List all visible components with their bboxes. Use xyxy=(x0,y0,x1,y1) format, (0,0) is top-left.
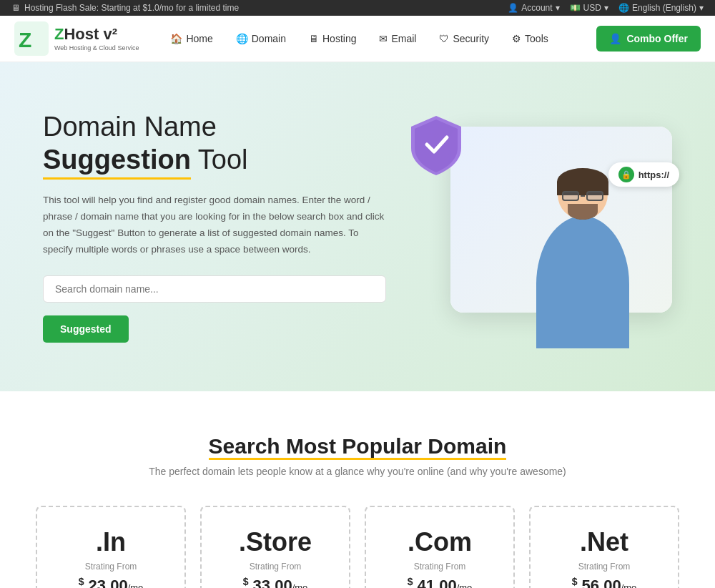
domain-cards: .In Strating From $ 23.00/mo Check Now .… xyxy=(29,506,686,588)
nav-security[interactable]: 🛡 Security xyxy=(429,27,499,50)
domains-title-highlight: Domain xyxy=(428,434,506,460)
domain-ext: .Net xyxy=(545,527,664,557)
domain-card-store: .Store Strating From $ 33.00/mo Check No… xyxy=(200,506,350,588)
nav-hosting[interactable]: 🖥 Hosting xyxy=(299,27,366,50)
person-beard xyxy=(568,204,598,220)
domain-from-label: Strating From xyxy=(216,562,335,572)
combo-icon: 👤 xyxy=(609,33,621,44)
flash-sale-text: Hosting Flash Sale: Starting at $1.0/mo … xyxy=(24,3,239,13)
email-icon: ✉ xyxy=(379,33,388,44)
domain-ext: .In xyxy=(51,527,170,557)
domain-price: $ 23.00/mo xyxy=(51,576,170,588)
top-bar-right: 👤 Account ▾ 💵 USD ▾ 🌐 English (English) … xyxy=(508,3,704,13)
domains-section: Search Most Popular Domain The perfect d… xyxy=(0,391,715,588)
chevron-down-icon: ▾ xyxy=(556,3,560,13)
shield-nav-icon: 🛡 xyxy=(439,33,449,44)
gear-icon: ⚙ xyxy=(512,33,521,44)
domain-from-label: Strating From xyxy=(545,562,664,572)
combo-offer-button[interactable]: 👤 Combo Offer xyxy=(596,26,701,52)
globe-icon: 🌐 xyxy=(618,3,629,13)
domain-search-box[interactable] xyxy=(43,275,386,303)
nav-home[interactable]: 🏠 Home xyxy=(160,27,222,50)
chevron-down-icon3: ▾ xyxy=(699,3,704,13)
domain-from-label: Strating From xyxy=(380,562,499,572)
user-icon: 👤 xyxy=(508,3,518,13)
hero-right: 🔒 https:// xyxy=(400,105,672,348)
domain-card-com: .Com Strating From $ 41.00/mo Check Now xyxy=(365,506,515,588)
logo-text-area: ZHost v² Web Hosting & Cloud Service xyxy=(54,25,139,52)
account-menu[interactable]: 👤 Account ▾ xyxy=(508,3,559,13)
hero-section: Domain Name Suggestion Tool This tool wi… xyxy=(0,62,715,391)
nav-links: 🏠 Home 🌐 Domain 🖥 Hosting ✉ Email 🛡 Secu… xyxy=(160,26,701,52)
flash-sale-bar: 🖥 Hosting Flash Sale: Starting at $1.0/m… xyxy=(11,3,239,13)
domain-price: $ 33.00/mo xyxy=(216,576,335,588)
lock-icon: 🔒 xyxy=(618,167,634,182)
domain-ext: .Store xyxy=(216,527,335,557)
logo-link[interactable]: Z ZHost v² Web Hosting & Cloud Service xyxy=(14,21,139,56)
logo-brand: ZHost v² xyxy=(54,25,139,44)
nav-domain[interactable]: 🌐 Domain xyxy=(226,27,296,50)
home-icon: 🏠 xyxy=(170,33,182,44)
domains-subtitle: The perfect domain lets people know at a… xyxy=(29,466,686,477)
https-badge: 🔒 https:// xyxy=(608,162,679,187)
domain-card-in: .In Strating From $ 23.00/mo Check Now xyxy=(36,506,186,588)
hero-desc: This tool will help you find and registe… xyxy=(43,192,386,258)
logo-sub: Web Hosting & Cloud Service xyxy=(54,44,139,52)
server-icon: 🖥 xyxy=(309,33,319,44)
svg-text:Z: Z xyxy=(19,28,31,52)
search-input[interactable] xyxy=(55,283,374,295)
currency-menu[interactable]: 💵 USD ▾ xyxy=(570,3,608,13)
person-glasses xyxy=(562,191,603,201)
logo-svg: Z xyxy=(14,21,49,56)
domain-ext: .Com xyxy=(380,527,499,557)
hero-left: Domain Name Suggestion Tool This tool wi… xyxy=(43,111,386,343)
domain-from-label: Strating From xyxy=(51,562,170,572)
nav-tools[interactable]: ⚙ Tools xyxy=(502,27,558,50)
navbar: Z ZHost v² Web Hosting & Cloud Service 🏠… xyxy=(0,16,715,62)
suggest-button[interactable]: Suggested xyxy=(43,315,129,343)
globe-nav-icon: 🌐 xyxy=(236,33,248,44)
domains-title: Search Most Popular Domain xyxy=(29,434,686,459)
language-menu[interactable]: 🌐 English (English) ▾ xyxy=(618,3,704,13)
domain-price: $ 56.00/mo xyxy=(545,576,664,588)
hero-title: Domain Name Suggestion Tool xyxy=(43,111,386,180)
domain-card-net: .Net Strating From $ 56.00/mo Check Now xyxy=(529,506,679,588)
top-bar: 🖥 Hosting Flash Sale: Starting at $1.0/m… xyxy=(0,0,715,16)
domain-price: $ 41.00/mo xyxy=(380,576,499,588)
chevron-down-icon2: ▾ xyxy=(604,3,608,13)
dollar-icon: 💵 xyxy=(570,3,581,13)
monitor-icon: 🖥 xyxy=(11,3,20,13)
person-body xyxy=(536,216,629,348)
nav-email[interactable]: ✉ Email xyxy=(369,27,426,50)
shield-hero-icon xyxy=(408,112,465,179)
